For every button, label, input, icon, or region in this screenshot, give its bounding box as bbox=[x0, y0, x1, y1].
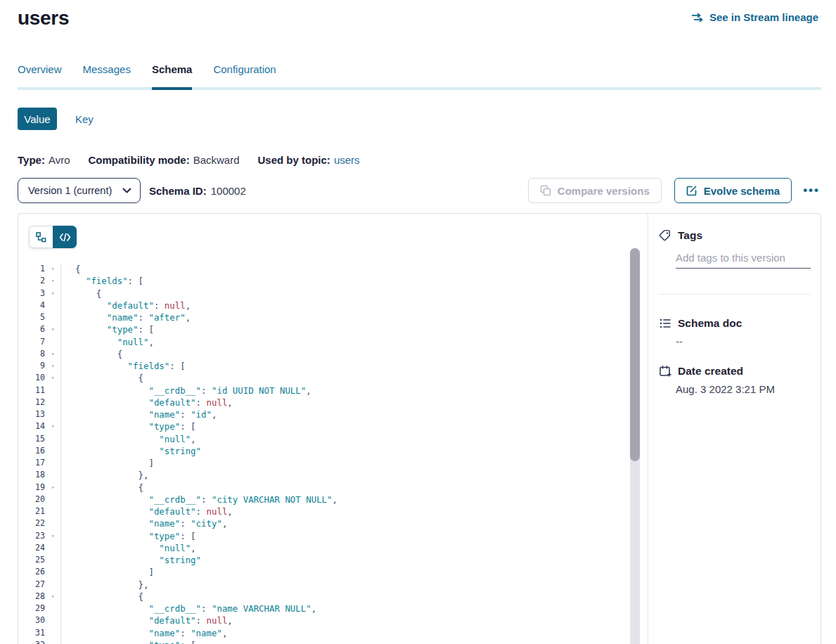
code-line-text: "null", bbox=[60, 336, 634, 348]
code-line: 15 "null", bbox=[29, 433, 634, 445]
code-line-text: "default": null, bbox=[60, 614, 634, 626]
evolve-schema-button[interactable]: Evolve schema bbox=[674, 178, 792, 203]
code-line-text: "__crdb__": "id UUID NOT NULL", bbox=[60, 385, 634, 397]
code-line-text: "__crdb__": "name VARCHAR NULL", bbox=[60, 603, 634, 614]
fold-toggle-icon[interactable]: ▾ bbox=[45, 482, 60, 494]
code-editor[interactable]: 1▾{2▾ "fields": [3▾ {4 "default": null,5… bbox=[29, 263, 634, 644]
code-line-text: }, bbox=[60, 579, 634, 591]
fold-spacer bbox=[45, 385, 60, 397]
code-line-text: { bbox=[60, 482, 634, 494]
line-number: 20 bbox=[29, 494, 45, 505]
date-created-title-label: Date created bbox=[678, 365, 743, 378]
code-line: 26 ] bbox=[29, 566, 634, 578]
stream-lineage-link[interactable]: See in Stream lineage bbox=[691, 11, 818, 23]
used-by-topic-label: Used by topic: bbox=[258, 154, 330, 166]
fold-toggle-icon[interactable]: ▾ bbox=[45, 263, 60, 275]
code-line-text: { bbox=[60, 263, 634, 275]
calendar-plus-icon bbox=[659, 365, 671, 378]
fold-toggle-icon[interactable]: ▾ bbox=[45, 591, 60, 603]
fold-toggle-icon[interactable]: ▾ bbox=[45, 372, 60, 384]
fold-toggle-icon[interactable]: ▾ bbox=[45, 323, 60, 335]
line-number: 19 bbox=[29, 482, 45, 494]
line-number: 25 bbox=[29, 554, 45, 566]
code-line-text: "default": null, bbox=[60, 397, 634, 408]
line-number: 5 bbox=[29, 311, 45, 323]
line-number: 4 bbox=[29, 300, 45, 311]
code-line: 20 "__crdb__": "city VARCHAR NOT NULL", bbox=[29, 494, 634, 505]
code-line: 29 "__crdb__": "name VARCHAR NULL", bbox=[29, 603, 634, 614]
code-line: 19▾ { bbox=[29, 482, 634, 494]
line-number: 29 bbox=[29, 603, 45, 614]
tab-messages[interactable]: Messages bbox=[83, 63, 131, 87]
code-line-text: ] bbox=[60, 457, 634, 469]
value-toggle-button[interactable]: Value bbox=[18, 108, 57, 130]
code-line: 5 "name": "after", bbox=[29, 311, 634, 323]
schema-doc-title-label: Schema doc bbox=[678, 317, 742, 330]
code-line: 18 }, bbox=[29, 469, 634, 481]
fold-spacer bbox=[45, 554, 60, 566]
used-by-topic-link[interactable]: users bbox=[334, 154, 360, 166]
tab-overview[interactable]: Overview bbox=[18, 63, 62, 87]
version-select-value: Version 1 (current) bbox=[28, 185, 112, 196]
code-line-text: "string" bbox=[60, 445, 634, 457]
code-line-text: { bbox=[60, 288, 634, 300]
stream-lineage-label: See in Stream lineage bbox=[709, 11, 818, 23]
meta-type: Type: Avro bbox=[18, 154, 70, 166]
code-line-text: "null", bbox=[60, 542, 634, 554]
schema-id: Schema ID: 100002 bbox=[149, 185, 246, 197]
tags-title-label: Tags bbox=[678, 229, 702, 242]
fold-toggle-icon[interactable]: ▾ bbox=[45, 288, 60, 300]
tab-configuration[interactable]: Configuration bbox=[213, 63, 276, 87]
value-key-toggle: Value Key bbox=[18, 108, 94, 130]
code-line-text: }, bbox=[60, 469, 634, 481]
version-select[interactable]: Version 1 (current) bbox=[18, 178, 141, 203]
code-line-text: { bbox=[60, 591, 634, 603]
code-line-text: "type": [ bbox=[60, 323, 634, 335]
fold-toggle-icon[interactable]: ▾ bbox=[45, 420, 60, 432]
code-line-text: "null", bbox=[60, 433, 634, 445]
tab-schema[interactable]: Schema bbox=[152, 63, 193, 87]
line-number: 17 bbox=[29, 457, 45, 469]
code-line: 8▾ { bbox=[29, 348, 634, 360]
fold-toggle-icon[interactable]: ▾ bbox=[45, 639, 60, 644]
code-view-button[interactable] bbox=[53, 226, 77, 248]
fold-spacer bbox=[45, 397, 60, 408]
fold-toggle-icon[interactable]: ▾ bbox=[45, 360, 60, 372]
code-line: 7 "null", bbox=[29, 336, 634, 348]
fold-toggle-icon[interactable]: ▾ bbox=[45, 275, 60, 287]
page-title: users bbox=[18, 7, 69, 30]
schema-id-value: 100002 bbox=[211, 185, 246, 197]
code-line: 12 "default": null, bbox=[29, 397, 634, 408]
meta-used-by-topic: Used by topic: users bbox=[258, 154, 360, 166]
code-line-text: { bbox=[60, 348, 634, 360]
line-number: 6 bbox=[29, 323, 45, 335]
compatibility-label: Compatibility mode: bbox=[88, 154, 189, 166]
stream-lineage-icon bbox=[691, 12, 705, 23]
editor-scrollbar-thumb[interactable] bbox=[630, 248, 640, 461]
code-line: 17 ] bbox=[29, 457, 634, 469]
panel-divider bbox=[648, 214, 648, 644]
fold-spacer bbox=[45, 627, 60, 639]
chevron-down-icon bbox=[122, 188, 131, 193]
line-number: 27 bbox=[29, 579, 45, 591]
code-line: 14▾ "type": [ bbox=[29, 420, 634, 432]
line-number: 21 bbox=[29, 505, 45, 517]
line-number: 18 bbox=[29, 469, 45, 481]
tree-view-icon bbox=[35, 231, 47, 243]
code-line: 23▾ "type": [ bbox=[29, 530, 634, 542]
fold-toggle-icon[interactable]: ▾ bbox=[45, 530, 60, 542]
key-toggle-button[interactable]: Key bbox=[75, 113, 94, 125]
code-line: 31 "name": "name", bbox=[29, 627, 634, 639]
code-line-text: "default": null, bbox=[60, 505, 634, 517]
code-line: 27 }, bbox=[29, 579, 634, 591]
line-number: 9 bbox=[29, 360, 45, 372]
fold-toggle-icon[interactable]: ▾ bbox=[45, 348, 60, 360]
fold-spacer bbox=[45, 457, 60, 469]
compare-versions-button[interactable]: Compare versions bbox=[528, 178, 662, 203]
more-actions-button[interactable]: ••• bbox=[802, 181, 821, 200]
list-icon bbox=[659, 317, 671, 330]
code-line-text: "type": [ bbox=[60, 530, 634, 542]
tree-view-button[interactable] bbox=[29, 226, 53, 248]
code-line-text: "__crdb__": "city VARCHAR NOT NULL", bbox=[60, 494, 634, 505]
tags-input[interactable] bbox=[676, 250, 811, 269]
